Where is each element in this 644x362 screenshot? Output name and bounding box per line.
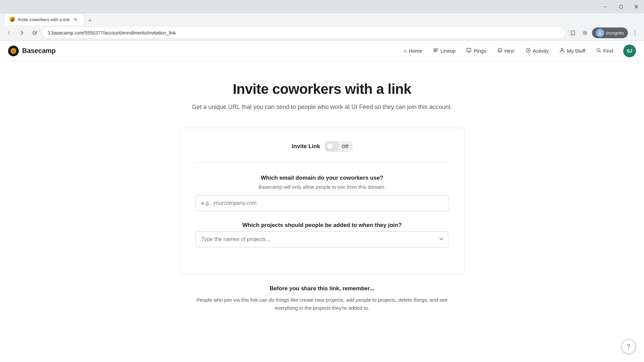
bookmark-button[interactable] — [568, 28, 578, 38]
svg-point-10 — [11, 48, 16, 54]
main-nav: ⌂ Home Lineup Pings Hey! Activity — [399, 45, 618, 57]
invite-card: Invite Link Off Which email domain do yo… — [179, 128, 465, 275]
incognito-label: Incognito — [606, 31, 624, 36]
reminder-text: People who join via this link can do thi… — [191, 296, 453, 312]
toggle-thumb — [327, 143, 333, 149]
nav-lineup-label: Lineup — [440, 48, 455, 54]
forward-button[interactable] — [17, 28, 27, 38]
svg-line-22 — [599, 51, 601, 52]
extensions-button[interactable] — [580, 28, 590, 38]
nav-pings[interactable]: Pings — [462, 45, 491, 57]
projects-question: Which projects should people be added to… — [196, 222, 448, 229]
svg-point-17 — [500, 50, 501, 50]
logo[interactable]: Basecamp — [8, 46, 56, 56]
tab-close-button[interactable]: ✕ — [72, 16, 78, 22]
new-tab-button[interactable]: + — [86, 16, 95, 25]
projects-select-wrapper — [196, 231, 448, 247]
svg-point-12 — [14, 50, 15, 51]
menu-button[interactable] — [630, 28, 640, 38]
app-header: Basecamp ⌂ Home Lineup Pings Hey! — [0, 41, 644, 61]
svg-point-5 — [584, 32, 586, 34]
toggle-off-label: Off — [338, 142, 352, 150]
nav-home-label: Home — [409, 48, 422, 54]
nav-home[interactable]: ⌂ Home — [399, 45, 427, 57]
email-domain-description: Basecamp will only allow people to join … — [196, 184, 448, 190]
invite-link-row: Invite Link Off — [196, 141, 448, 163]
svg-point-19 — [528, 50, 529, 51]
reminder-section: Before you share this link, remember... … — [179, 285, 465, 312]
svg-point-7 — [635, 31, 636, 32]
lineup-icon — [433, 48, 438, 54]
nav-my-stuff[interactable]: My Stuff — [555, 45, 590, 57]
svg-rect-1 — [620, 5, 623, 8]
email-domain-section: Which email domain do your coworkers use… — [196, 175, 448, 211]
nav-activity-label: Activity — [533, 48, 549, 54]
tab-favicon: 🏕 — [10, 17, 15, 22]
find-icon — [596, 48, 601, 54]
home-icon: ⌂ — [404, 48, 407, 54]
page-subtitle: Get a unique URL that you can send to pe… — [179, 103, 465, 112]
email-domain-input[interactable] — [196, 195, 448, 211]
svg-point-9 — [635, 35, 636, 36]
refresh-button[interactable] — [30, 28, 40, 38]
hey-icon — [497, 48, 502, 54]
nav-pings-label: Pings — [474, 48, 486, 54]
email-domain-question: Which email domain do your coworkers use… — [196, 175, 448, 181]
close-button[interactable] — [629, 1, 644, 12]
incognito-avatar — [596, 29, 604, 37]
svg-rect-15 — [433, 51, 437, 52]
nav-find[interactable]: Find — [591, 45, 618, 57]
toggle-container[interactable]: Off — [325, 141, 352, 152]
active-tab[interactable]: 🏕 Invite coworkers with a link ✕ — [4, 13, 84, 25]
logo-text: Basecamp — [22, 47, 56, 55]
svg-point-20 — [561, 48, 563, 50]
nav-lineup[interactable]: Lineup — [428, 45, 460, 57]
user-avatar[interactable]: SJ — [623, 45, 636, 57]
projects-input[interactable] — [196, 231, 448, 247]
nav-hey[interactable]: Hey! — [492, 45, 520, 57]
incognito-badge: Incognito — [592, 27, 628, 38]
svg-rect-14 — [433, 50, 438, 51]
nav-hey-label: Hey! — [504, 48, 515, 54]
main-content: Invite coworkers with a link Get a uniqu… — [171, 61, 473, 325]
back-button[interactable] — [4, 28, 14, 38]
invite-link-label: Invite Link — [292, 143, 320, 150]
nav-my-stuff-label: My Stuff — [567, 48, 585, 54]
pings-icon — [466, 48, 472, 54]
projects-section: Which projects should people be added to… — [196, 222, 448, 247]
activity-icon — [526, 48, 531, 54]
nav-find-label: Find — [603, 48, 613, 54]
address-bar[interactable] — [42, 27, 565, 39]
tab-title: Invite coworkers with a link — [18, 17, 70, 22]
page-title: Invite coworkers with a link — [179, 81, 465, 97]
my-stuff-icon — [559, 48, 565, 54]
maximize-button[interactable] — [613, 1, 629, 12]
svg-point-11 — [12, 50, 13, 51]
svg-point-16 — [499, 50, 499, 50]
svg-rect-0 — [604, 7, 607, 7]
svg-rect-13 — [433, 49, 438, 49]
nav-activity[interactable]: Activity — [521, 45, 554, 57]
svg-point-8 — [635, 33, 636, 34]
minimize-button[interactable] — [598, 1, 613, 12]
logo-icon — [8, 46, 19, 56]
toggle-track[interactable] — [326, 142, 338, 151]
reminder-title: Before you share this link, remember... — [187, 285, 457, 292]
